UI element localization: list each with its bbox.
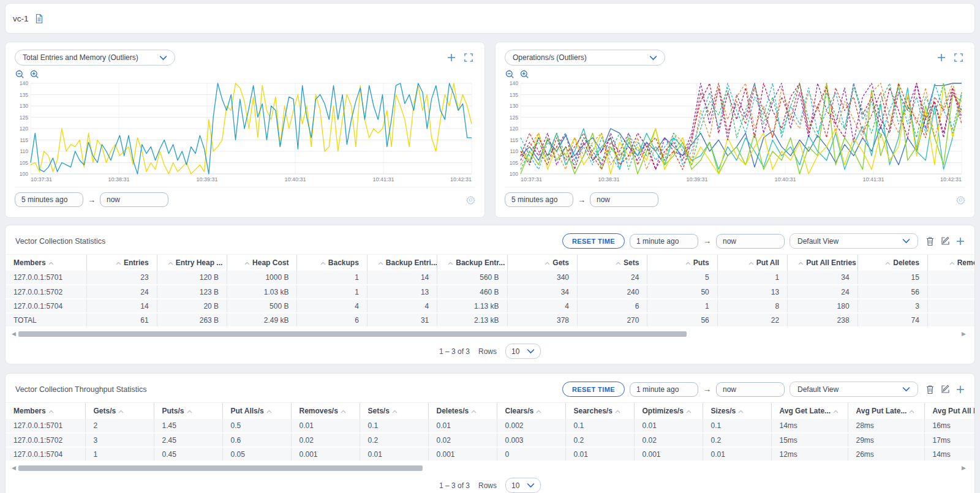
- table-scroll-area[interactable]: MembersEntriesEntry Heap ...Heap CostBac…: [6, 254, 974, 328]
- edit-view-icon[interactable]: [941, 385, 950, 394]
- column-header-puts-s[interactable]: Puts/s: [154, 403, 222, 419]
- zoom-in-icon[interactable]: [520, 70, 529, 79]
- column-header-clears-s[interactable]: Clears/s: [497, 403, 565, 419]
- column-header-entry-heap[interactable]: Entry Heap ...: [157, 255, 227, 271]
- chart-settings-gear-icon[interactable]: [466, 195, 475, 205]
- cell: 2.49 kB: [227, 313, 297, 327]
- zoom-out-icon[interactable]: [505, 70, 514, 79]
- cell: 34: [788, 271, 858, 285]
- svg-text:100: 100: [510, 171, 518, 177]
- column-header-deletes-s[interactable]: Deletes/s: [428, 403, 497, 419]
- chart-metric-select[interactable]: Operations/s (Outliers): [505, 50, 665, 66]
- cell: 0.01: [428, 419, 497, 433]
- table-time-to-input[interactable]: [716, 382, 785, 397]
- cell: 14: [367, 271, 437, 285]
- table-time-to-input[interactable]: [716, 234, 785, 249]
- chart-settings-gear-icon[interactable]: [956, 195, 965, 205]
- column-header-avg-put-all-l[interactable]: Avg Put All L...: [924, 403, 974, 419]
- reset-time-button[interactable]: RESET TIME: [562, 233, 625, 249]
- svg-text:135: 135: [20, 92, 28, 98]
- cell: 29ms: [848, 433, 924, 447]
- column-header-removes-s[interactable]: Removes/s: [291, 403, 360, 419]
- entries-memory-line-chart[interactable]: 10:37:3110:38:3110:39:3110:40:3110:41:31…: [15, 80, 475, 183]
- view-select[interactable]: Default View: [790, 382, 918, 397]
- zoom-in-icon[interactable]: [30, 70, 39, 79]
- add-chart-icon[interactable]: [937, 53, 946, 62]
- add-view-icon[interactable]: [956, 385, 965, 394]
- column-header-gets[interactable]: Gets: [507, 255, 577, 271]
- cell: 0.5: [222, 419, 291, 433]
- chart-time-from-input[interactable]: [505, 192, 573, 207]
- table-row: 127.0.0.1:570224123 B1.03 kB113460 B3424…: [6, 285, 974, 299]
- cell: 378: [507, 313, 577, 327]
- add-view-icon[interactable]: [956, 237, 965, 246]
- column-header-removes[interactable]: Removes: [927, 255, 974, 271]
- svg-text:115: 115: [510, 137, 518, 143]
- view-select[interactable]: Default View: [790, 233, 918, 249]
- column-header-gets-s[interactable]: Gets/s: [85, 403, 154, 419]
- column-header-put-all-entries[interactable]: Put All Entries: [788, 255, 858, 271]
- fullscreen-icon[interactable]: [464, 53, 473, 62]
- horizontal-scrollbar[interactable]: ◀ ▶: [12, 329, 966, 338]
- stats-table-panel: Vector Collection Throughput Statistics …: [5, 373, 975, 493]
- fullscreen-icon[interactable]: [954, 53, 963, 62]
- cell: 0: [497, 447, 565, 461]
- delete-view-trash-icon[interactable]: [925, 385, 935, 394]
- table-time-from-input[interactable]: [630, 382, 698, 397]
- cell: 14ms: [924, 447, 974, 461]
- operations-line-chart[interactable]: 10:37:3110:38:3110:39:3110:40:3110:41:31…: [505, 80, 965, 183]
- column-header-backup-entri[interactable]: Backup Entri...: [367, 255, 437, 271]
- chart-time-to-input[interactable]: [590, 192, 658, 207]
- series-member-ops-1: [521, 83, 962, 167]
- rows-per-page-label: Rows: [478, 347, 497, 356]
- svg-text:10:42:31: 10:42:31: [940, 176, 962, 183]
- chart-panel-operations: Operations/s (Outliers) 10:37:3110:38:31…: [495, 42, 975, 218]
- chart-metric-select[interactable]: Total Entries and Memory (Outliers): [15, 50, 175, 66]
- pagination-range: 1 – 3 of 3: [439, 481, 470, 490]
- horizontal-scrollbar[interactable]: ◀ ▶: [12, 464, 966, 472]
- column-header-backup-entr[interactable]: Backup Entr...: [437, 255, 507, 271]
- column-header-avg-put-late[interactable]: Avg Put Late...: [848, 403, 924, 419]
- column-header-optimizes-s[interactable]: Optimizes/s: [634, 403, 703, 419]
- cell: 238: [788, 313, 858, 327]
- scroll-left-icon[interactable]: ◀: [12, 465, 16, 471]
- table-title: Vector Collection Statistics: [15, 237, 105, 246]
- column-header-sets[interactable]: Sets: [578, 255, 647, 271]
- column-header-backups[interactable]: Backups: [297, 255, 367, 271]
- add-chart-icon[interactable]: [447, 53, 456, 62]
- column-header-entries[interactable]: Entries: [87, 255, 157, 271]
- column-header-sets-s[interactable]: Sets/s: [360, 403, 428, 419]
- edit-view-icon[interactable]: [941, 236, 950, 246]
- arrow-right-icon: →: [703, 236, 711, 246]
- scroll-right-icon[interactable]: ▶: [962, 331, 966, 337]
- chart-time-from-input[interactable]: [15, 192, 83, 207]
- svg-text:10:39:31: 10:39:31: [686, 176, 707, 183]
- column-header-searches-s[interactable]: Searches/s: [565, 403, 634, 419]
- cell: 0.02: [291, 433, 360, 447]
- zoom-out-icon[interactable]: [15, 70, 24, 79]
- reset-time-button[interactable]: RESET TIME: [562, 382, 625, 397]
- scroll-left-icon[interactable]: ◀: [12, 331, 16, 337]
- cell: 6: [297, 313, 367, 327]
- column-header-sizes-s[interactable]: Sizes/s: [703, 403, 771, 419]
- rows-per-page-select[interactable]: 10: [505, 478, 541, 493]
- rows-per-page-select[interactable]: 10: [505, 344, 541, 359]
- column-header-heap-cost[interactable]: Heap Cost: [227, 255, 297, 271]
- column-header-deletes[interactable]: Deletes: [858, 255, 927, 271]
- column-header-avg-get-late[interactable]: Avg Get Late...: [771, 403, 848, 419]
- scrollbar-thumb[interactable]: [18, 331, 687, 337]
- scrollbar-thumb[interactable]: [18, 465, 423, 471]
- delete-view-trash-icon[interactable]: [925, 236, 935, 246]
- table-scroll-area[interactable]: MembersGets/sPuts/sPut Alls/sRemoves/sSe…: [6, 402, 974, 462]
- chart-time-to-input[interactable]: [100, 192, 168, 207]
- svg-text:10:38:31: 10:38:31: [598, 176, 619, 183]
- column-header-members[interactable]: Members: [6, 255, 87, 271]
- document-icon[interactable]: [34, 13, 44, 24]
- column-header-put-alls-s[interactable]: Put Alls/s: [222, 403, 291, 419]
- column-header-put-all[interactable]: Put All: [717, 255, 787, 271]
- column-header-puts[interactable]: Puts: [647, 255, 717, 271]
- table-time-from-input[interactable]: [630, 234, 698, 249]
- cell: 0.001: [634, 447, 703, 461]
- column-header-members[interactable]: Members: [6, 403, 85, 419]
- scroll-right-icon[interactable]: ▶: [962, 465, 966, 471]
